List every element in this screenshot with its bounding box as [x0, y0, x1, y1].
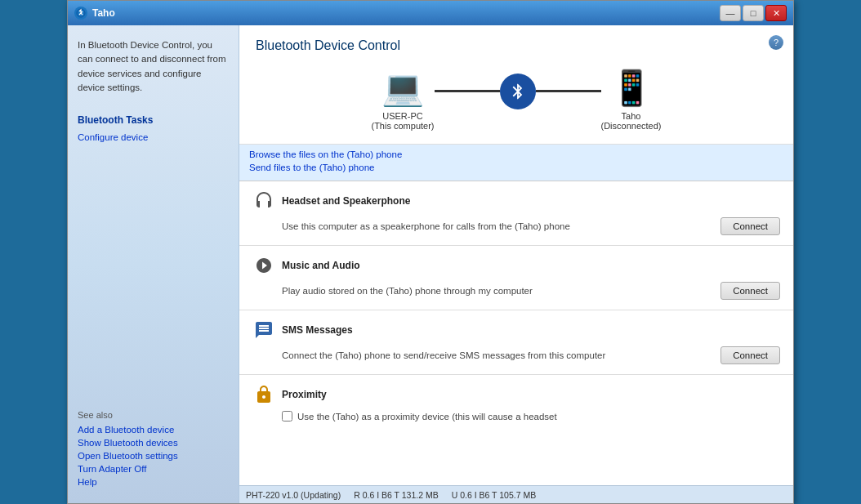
open-bluetooth-settings-link[interactable]: Open Bluetooth settings: [78, 451, 229, 461]
main-title: Bluetooth Device Control: [256, 38, 777, 53]
bluetooth-icon: [500, 74, 536, 109]
status-bar: PHT-220 v1.0 (Updating) R 0.6 I B6 T 131…: [239, 485, 793, 503]
computer-icon: 💻: [381, 68, 424, 108]
right-connector: [536, 90, 601, 92]
headset-body: Use this computer as a speakerphone for …: [252, 217, 780, 235]
proximity-body: Use the (Taho) as a proximity device (th…: [252, 411, 780, 421]
services-container: Browse the files on the (Taho) phone Sen…: [239, 144, 793, 485]
headset-icon: [252, 190, 275, 212]
turn-adapter-off-link[interactable]: Turn Adapter Off: [78, 464, 229, 474]
sms-icon: [252, 319, 275, 341]
sms-description: Connect the (Taho) phone to send/receive…: [282, 350, 707, 360]
music-name: Music and Audio: [282, 260, 360, 271]
music-header: Music and Audio: [252, 254, 780, 277]
content-area: In Bluetooth Device Control, you can con…: [68, 25, 793, 503]
music-description: Play audio stored on the (Taho) phone th…: [282, 286, 707, 296]
send-files-link[interactable]: Send files to the (Taho) phone: [249, 161, 783, 174]
sms-section: SMS Messages Connect the (Taho) phone to…: [239, 310, 793, 375]
status-item-1: PHT-220 v1.0 (Updating): [246, 490, 341, 500]
sms-connect-button[interactable]: Connect: [720, 346, 780, 364]
sidebar-description: In Bluetooth Device Control, you can con…: [78, 38, 229, 95]
browse-files-link[interactable]: Browse the files on the (Taho) phone: [249, 148, 783, 161]
proximity-name: Proximity: [282, 389, 327, 400]
main-header: Bluetooth Device Control ?: [239, 25, 793, 60]
bluetooth-tasks-section: Bluetooth Tasks Configure device: [78, 114, 229, 145]
proximity-lock-icon: [252, 383, 275, 406]
close-button[interactable]: ✕: [765, 5, 787, 21]
music-section: Music and Audio Play audio stored on the…: [239, 246, 793, 310]
proximity-checkbox[interactable]: [282, 411, 292, 421]
window-controls: — □ ✕: [720, 5, 787, 21]
sms-header: SMS Messages: [252, 319, 780, 341]
computer-name: USER-PC (This computer): [371, 111, 434, 131]
configure-device-link[interactable]: Configure device: [78, 132, 229, 142]
bluetooth-tasks-title: Bluetooth Tasks: [78, 114, 229, 126]
main-window: Taho — □ ✕ In Bluetooth Device Control, …: [67, 0, 794, 504]
phone-device: 📱 Taho (Disconnected): [601, 68, 662, 131]
phone-name: Taho (Disconnected): [601, 111, 662, 131]
maximize-button[interactable]: □: [743, 5, 764, 21]
window-icon: [74, 7, 87, 20]
see-also-title: See also: [78, 410, 229, 420]
headset-description: Use this computer as a speakerphone for …: [282, 221, 707, 231]
minimize-button[interactable]: —: [720, 5, 741, 21]
proximity-header: Proximity: [252, 383, 780, 406]
window-title: Taho: [92, 7, 720, 19]
title-bar: Taho — □ ✕: [68, 1, 793, 25]
help-link[interactable]: Help: [78, 477, 229, 487]
headset-connect-button[interactable]: Connect: [720, 217, 780, 235]
phone-icon: 📱: [610, 68, 653, 108]
music-body: Play audio stored on the (Taho) phone th…: [252, 282, 780, 300]
status-item-2: R 0.6 I B6 T 131.2 MB: [354, 490, 439, 500]
add-bluetooth-device-link[interactable]: Add a Bluetooth device: [78, 425, 229, 435]
headset-header: Headset and Speakerphone: [252, 190, 780, 212]
top-links: Browse the files on the (Taho) phone Sen…: [239, 145, 793, 181]
main-panel: Bluetooth Device Control ? 💻 USER-PC (Th…: [239, 25, 793, 503]
headset-name: Headset and Speakerphone: [282, 195, 410, 207]
sms-body: Connect the (Taho) phone to send/receive…: [252, 346, 780, 364]
music-icon: [252, 254, 275, 277]
show-bluetooth-devices-link[interactable]: Show Bluetooth devices: [78, 438, 229, 448]
proximity-section: Proximity Use the (Taho) as a proximity …: [239, 375, 793, 431]
proximity-description: Use the (Taho) as a proximity device (th…: [297, 412, 557, 421]
services-scroll[interactable]: Browse the files on the (Taho) phone Sen…: [239, 145, 793, 485]
sms-name: SMS Messages: [282, 324, 353, 336]
computer-device: 💻 USER-PC (This computer): [371, 68, 434, 131]
see-also-section: See also Add a Bluetooth device Show Blu…: [78, 410, 229, 490]
help-icon[interactable]: ?: [769, 35, 783, 50]
music-connect-button[interactable]: Connect: [720, 282, 780, 300]
status-item-3: U 0.6 I B6 T 105.7 MB: [452, 490, 537, 500]
headset-section: Headset and Speakerphone Use this comput…: [239, 181, 793, 246]
device-diagram: 💻 USER-PC (This computer) 📱 Ta: [239, 60, 793, 144]
left-connector: [435, 90, 500, 92]
sidebar: In Bluetooth Device Control, you can con…: [68, 25, 239, 503]
